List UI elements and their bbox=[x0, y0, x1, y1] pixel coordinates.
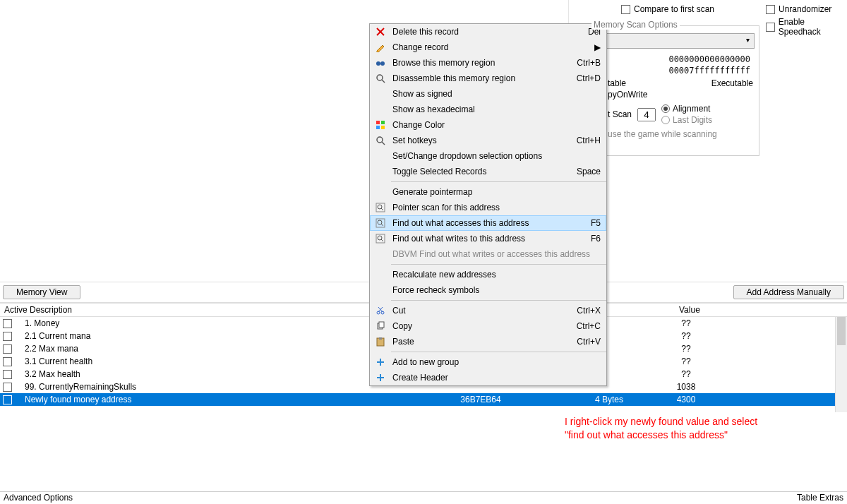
magframe-icon bbox=[373, 201, 388, 214]
unrandomizer-label: Unrandomizer bbox=[779, 4, 831, 14]
menu-item[interactable]: Find out what accesses this addressF5 bbox=[370, 215, 606, 231]
menu-item[interactable]: CutCtrl+X bbox=[370, 303, 606, 318]
menu-item[interactable]: Create Header bbox=[370, 370, 606, 385]
menu-item[interactable]: Find out what writes to this addressF6 bbox=[370, 231, 606, 246]
scan-options-box: ▾ 0000000000000000 00007fffffffffff tabl… bbox=[584, 25, 759, 156]
menu-item[interactable]: Pointer scan for this address bbox=[370, 200, 606, 215]
menu-item[interactable]: Change record▶ bbox=[370, 40, 606, 55]
menu-item[interactable]: Force recheck symbols bbox=[370, 282, 606, 298]
menu-item[interactable]: Toggle Selected RecordsSpace bbox=[370, 164, 606, 179]
row-checkbox[interactable] bbox=[3, 344, 12, 354]
x-icon bbox=[373, 25, 388, 38]
menu-item: DBVM Find out what writes or accesses th… bbox=[370, 246, 606, 262]
menu-label: Show as hexadecimal bbox=[388, 104, 601, 114]
menu-item[interactable]: PasteCtrl+V bbox=[370, 334, 606, 349]
menu-label: Find out what writes to this address bbox=[388, 234, 584, 244]
executable-label: Executable bbox=[711, 78, 753, 88]
table-extras[interactable]: Table Extras bbox=[797, 493, 843, 503]
menu-item[interactable]: Browse this memory regionCtrl+B bbox=[370, 55, 606, 71]
annotation: I right-click my newly found value and s… bbox=[565, 415, 757, 442]
svg-point-4 bbox=[380, 61, 385, 66]
menu-item[interactable]: Recalculate new addresses bbox=[370, 267, 606, 282]
scroll-thumb[interactable] bbox=[837, 317, 846, 345]
menu-label: Show as signed bbox=[388, 89, 601, 99]
menu-separator bbox=[391, 264, 606, 265]
menu-item[interactable]: Set/Change dropdown selection options bbox=[370, 148, 606, 164]
blank-icon bbox=[373, 268, 388, 281]
menu-separator bbox=[391, 352, 606, 352]
row-checkbox[interactable] bbox=[3, 332, 12, 341]
scrollbar[interactable] bbox=[835, 317, 847, 412]
submenu-arrow-icon: ▶ bbox=[594, 42, 601, 52]
menu-item[interactable]: CopyCtrl+C bbox=[370, 318, 606, 334]
advanced-options[interactable]: Advanced Options bbox=[4, 493, 73, 503]
binoc-icon bbox=[373, 56, 388, 69]
menu-label: Change record bbox=[388, 42, 601, 52]
scan-region-dropdown[interactable]: ▾ bbox=[603, 33, 755, 49]
row-checkbox[interactable] bbox=[3, 357, 12, 366]
row-description: 99. CurrentlyRemainingSkulls bbox=[15, 382, 394, 392]
menu-label: Set/Change dropdown selection options bbox=[388, 151, 601, 161]
color-icon bbox=[373, 119, 388, 131]
blank-icon bbox=[373, 165, 388, 178]
menu-item[interactable]: Delete this recordDel bbox=[370, 24, 606, 40]
col-description[interactable]: Description bbox=[25, 304, 392, 316]
blank-icon bbox=[373, 103, 388, 116]
menu-shortcut: F6 bbox=[584, 234, 601, 244]
copyonwrite-label: pyOnWrite bbox=[585, 88, 759, 100]
menu-shortcut: Space bbox=[570, 167, 601, 176]
menu-item[interactable]: Set hotkeysCtrl+H bbox=[370, 133, 606, 148]
row-checkbox[interactable] bbox=[3, 395, 12, 404]
svg-rect-9 bbox=[376, 126, 380, 129]
svg-rect-27 bbox=[379, 322, 384, 328]
row-description: 3.2 Max health bbox=[15, 369, 394, 379]
menu-label: Generate pointermap bbox=[388, 187, 601, 197]
menu-item[interactable]: Show as hexadecimal bbox=[370, 102, 606, 117]
svg-line-15 bbox=[381, 208, 383, 210]
table-row[interactable]: Newly found money address36B7EB644 Bytes… bbox=[0, 393, 847, 406]
row-description: Newly found money address bbox=[15, 395, 394, 404]
menu-shortcut: Ctrl+H bbox=[570, 136, 601, 145]
svg-line-18 bbox=[381, 224, 383, 226]
row-checkbox[interactable] bbox=[3, 370, 12, 379]
pencil-icon bbox=[373, 41, 388, 54]
addr-start[interactable]: 0000000000000000 bbox=[585, 53, 759, 64]
row-value: ?? bbox=[651, 369, 721, 379]
row-value: ?? bbox=[651, 318, 721, 328]
annotation-line1: I right-click my newly found value and s… bbox=[565, 415, 757, 428]
paste-icon bbox=[373, 335, 388, 348]
row-checkbox[interactable] bbox=[3, 383, 12, 392]
lastdigits-radio[interactable] bbox=[661, 116, 670, 124]
menu-item[interactable]: Show as signed bbox=[370, 86, 606, 102]
svg-rect-10 bbox=[381, 126, 385, 129]
menu-shortcut: F5 bbox=[584, 218, 601, 228]
unrandomizer-checkbox[interactable] bbox=[766, 5, 775, 14]
add-address-button[interactable]: Add Address Manually bbox=[733, 285, 844, 299]
compare-checkbox[interactable] bbox=[621, 5, 630, 14]
menu-item[interactable]: Change Color bbox=[370, 117, 606, 133]
svg-line-6 bbox=[382, 80, 385, 83]
alignment-label: Alignment bbox=[673, 104, 710, 114]
menu-label: Browse this memory region bbox=[388, 58, 570, 68]
fastscan-input[interactable] bbox=[637, 108, 656, 121]
compare-label: Compare to first scan bbox=[634, 4, 714, 14]
copy-icon bbox=[373, 320, 388, 332]
blank-icon bbox=[373, 248, 388, 260]
memory-view-button[interactable]: Memory View bbox=[3, 285, 80, 299]
magframe-icon bbox=[373, 217, 388, 229]
menu-label: Force recheck symbols bbox=[388, 285, 601, 295]
svg-point-3 bbox=[376, 61, 380, 66]
menu-item[interactable]: Disassemble this memory regionCtrl+D bbox=[370, 71, 606, 86]
col-active[interactable]: Active bbox=[0, 304, 25, 316]
svg-rect-29 bbox=[379, 337, 382, 340]
row-checkbox[interactable] bbox=[3, 319, 12, 328]
row-description: 1. Money bbox=[15, 318, 394, 328]
menu-shortcut: Ctrl+C bbox=[570, 321, 601, 331]
alignment-radio[interactable] bbox=[661, 104, 670, 113]
menu-item[interactable]: Add to new group bbox=[370, 354, 606, 370]
row-value: 1038 bbox=[651, 382, 721, 392]
col-value[interactable]: Value bbox=[675, 304, 704, 316]
addr-end[interactable]: 00007fffffffffff bbox=[585, 64, 759, 76]
speedhack-checkbox[interactable] bbox=[766, 23, 775, 32]
menu-item[interactable]: Generate pointermap bbox=[370, 184, 606, 200]
